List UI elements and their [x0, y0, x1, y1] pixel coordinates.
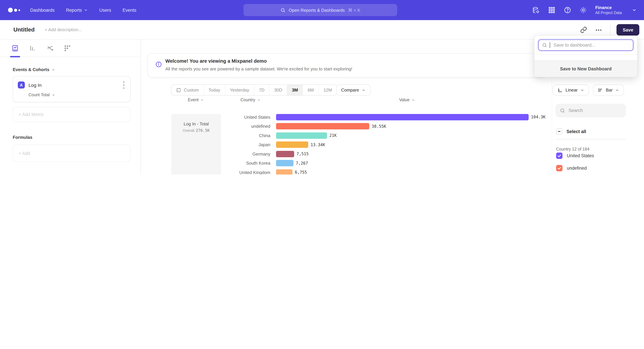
- bar-segment[interactable]: [276, 160, 294, 166]
- column-header-country[interactable]: Country: [240, 98, 260, 102]
- bar-segment[interactable]: [276, 141, 308, 148]
- search-icon: [560, 108, 565, 113]
- range-12m[interactable]: 12M: [319, 85, 337, 95]
- legend-search-input[interactable]: Search: [556, 104, 626, 117]
- metric-card[interactable]: A Log In ••• Count Total: [13, 76, 130, 102]
- settings-gear-icon[interactable]: [580, 6, 587, 14]
- save-dashboard-search-input[interactable]: Save to dashboard...: [538, 39, 633, 51]
- save-to-dashboard-popup: Save to dashboard... Save to New Dashboa…: [534, 35, 637, 77]
- range-label: 7D: [259, 87, 264, 92]
- nav-item-label: Reports: [66, 7, 82, 12]
- banner-subtitle: All the reports you see are powered by a…: [165, 66, 352, 71]
- bar-value-label: 13.34K: [310, 142, 325, 147]
- checkbox-checked-icon[interactable]: [556, 152, 562, 159]
- range-6m[interactable]: 6M: [303, 85, 319, 95]
- more-options-icon[interactable]: •••: [596, 27, 602, 32]
- column-header-value[interactable]: Value: [399, 98, 415, 102]
- chevron-down-icon: [615, 88, 619, 92]
- range-3m[interactable]: 3M: [287, 85, 303, 95]
- chart-row: United States104.3K: [141, 112, 552, 122]
- range-label: 6M: [308, 87, 314, 92]
- bar-value-label: 6,755: [295, 170, 307, 174]
- nav-item-users[interactable]: Users: [99, 7, 111, 12]
- divider: [610, 24, 611, 35]
- date-range-group: CustomTodayYesterday7D30D3M6M12M: [171, 84, 337, 95]
- add-metric-button[interactable]: + Add Metric: [13, 107, 130, 122]
- divider: [556, 139, 626, 139]
- aggregation-selector[interactable]: Count Total: [28, 92, 126, 97]
- chart-row: Germany7,515: [141, 149, 552, 159]
- bar-category-label: undefined: [143, 124, 270, 129]
- chevron-down-icon: [52, 93, 55, 97]
- range-custom[interactable]: Custom: [172, 85, 204, 95]
- global-search-button[interactable]: Open Reports & Dashboards ⌘ + K: [244, 4, 397, 16]
- report-title[interactable]: Untitled: [14, 26, 35, 33]
- bar-segment[interactable]: [276, 151, 294, 157]
- legend-item-undefined[interactable]: undefined: [554, 162, 627, 174]
- scale-selector[interactable]: Linear: [553, 84, 589, 95]
- bar-category-label: Japan: [143, 142, 270, 147]
- apps-grid-icon[interactable]: [548, 6, 555, 14]
- range-label: Today: [209, 87, 220, 92]
- bar-segment[interactable]: [276, 169, 292, 174]
- search-icon: [542, 42, 547, 48]
- bar-value-label: 7,515: [296, 152, 308, 156]
- nav-item-events[interactable]: Events: [122, 7, 136, 12]
- chart-row: Japan13.34K: [141, 140, 552, 149]
- data-management-icon[interactable]: [532, 6, 540, 14]
- legend-item-label: undefined: [567, 165, 587, 170]
- chart-type-selector[interactable]: Bar: [593, 84, 624, 95]
- nav-item-dashboards[interactable]: Dashboards: [30, 7, 55, 12]
- indeterminate-checkbox-icon: [556, 128, 562, 134]
- tab-insights[interactable]: [11, 44, 20, 52]
- chevron-down-icon[interactable]: [632, 8, 636, 12]
- bar-value-label: 38.55K: [372, 124, 386, 129]
- banner-title: Welcome! You are viewing a Mixpanel demo: [165, 58, 267, 64]
- column-header-event[interactable]: Event: [188, 98, 204, 102]
- chart-row: South Korea7,267: [141, 158, 552, 168]
- bar-segment[interactable]: [276, 132, 327, 139]
- nav-item-label: Users: [99, 7, 111, 12]
- nav-right: Finance All Project Data: [532, 0, 644, 20]
- range-label: Yesterday: [230, 87, 249, 92]
- copy-link-icon[interactable]: [580, 26, 587, 33]
- demo-welcome-banner: Welcome! You are viewing a Mixpanel demo…: [148, 53, 545, 77]
- select-all-checkbox[interactable]: Select all: [556, 128, 586, 134]
- range-today[interactable]: Today: [204, 85, 225, 95]
- tab-retention[interactable]: [63, 44, 72, 52]
- range-yesterday[interactable]: Yesterday: [225, 85, 254, 95]
- nav-item-label: Dashboards: [30, 7, 55, 12]
- calendar-icon: [176, 87, 181, 92]
- report-type-tabs: [0, 39, 140, 57]
- add-formula-button[interactable]: + Add: [13, 144, 130, 162]
- chevron-down-icon: [51, 67, 55, 72]
- tab-funnels[interactable]: [28, 44, 37, 52]
- search-icon: [280, 7, 286, 12]
- chart-row: China21K: [141, 131, 552, 140]
- range-7d[interactable]: 7D: [254, 85, 270, 95]
- range-label: 12M: [324, 87, 332, 92]
- query-builder-sidebar: Events & Cohorts A Log In ••• Count Tota…: [0, 39, 141, 174]
- tab-flows[interactable]: [46, 44, 54, 52]
- kebab-menu-icon[interactable]: •••: [122, 80, 126, 89]
- metric-badge: A: [18, 81, 25, 88]
- bar-segment[interactable]: [276, 123, 369, 129]
- help-icon[interactable]: [564, 6, 571, 14]
- bar-category-label: South Korea: [143, 161, 270, 166]
- save-button[interactable]: Save: [617, 24, 639, 35]
- save-to-new-dashboard-button[interactable]: Save to New Dashboard: [534, 60, 637, 77]
- compare-button[interactable]: Compare: [336, 84, 371, 95]
- global-search-label: Open Reports & Dashboards: [289, 7, 345, 12]
- events-cohorts-header[interactable]: Events & Cohorts: [13, 67, 130, 72]
- checkbox-checked-icon[interactable]: [556, 165, 562, 171]
- nav-item-reports[interactable]: Reports: [66, 7, 88, 12]
- metric-event-name[interactable]: Log In: [28, 82, 122, 88]
- mixpanel-logo-icon[interactable]: [8, 8, 23, 12]
- text-caret: [550, 42, 550, 48]
- project-switcher[interactable]: Finance All Project Data: [595, 5, 622, 15]
- range-30d[interactable]: 30D: [270, 85, 287, 95]
- bar-segment[interactable]: [276, 114, 528, 120]
- add-description-field[interactable]: + Add description...: [45, 27, 82, 32]
- bar-category-label: Germany: [143, 151, 270, 156]
- legend-item-united-states[interactable]: United States: [554, 150, 627, 161]
